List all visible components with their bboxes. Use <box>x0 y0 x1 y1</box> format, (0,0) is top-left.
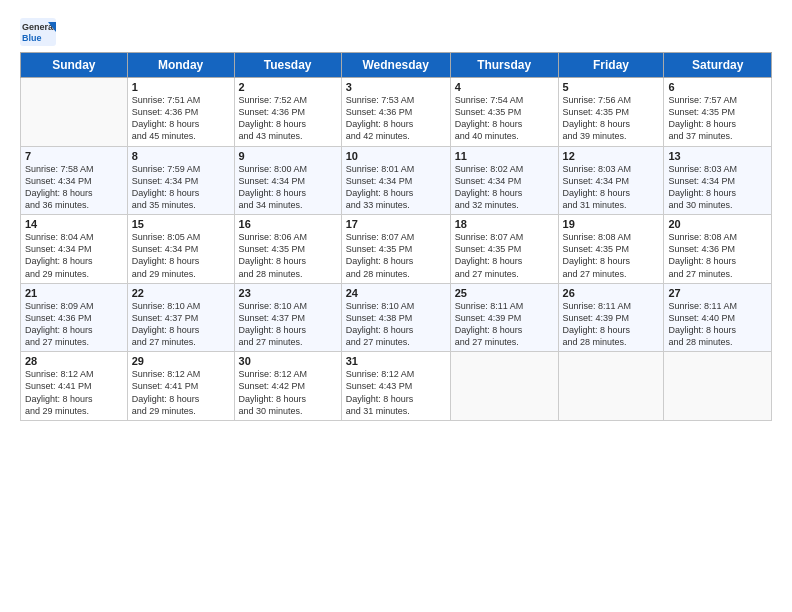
cell-1-3: 2Sunrise: 7:52 AM Sunset: 4:36 PM Daylig… <box>234 78 341 147</box>
cell-info: Sunrise: 8:03 AM Sunset: 4:34 PM Dayligh… <box>668 163 767 212</box>
day-number: 21 <box>25 287 123 299</box>
cell-info: Sunrise: 8:10 AM Sunset: 4:37 PM Dayligh… <box>239 300 337 349</box>
col-header-monday: Monday <box>127 53 234 78</box>
cell-info: Sunrise: 8:07 AM Sunset: 4:35 PM Dayligh… <box>455 231 554 280</box>
cell-5-7 <box>664 352 772 421</box>
logo: General Blue <box>20 18 60 46</box>
cell-3-6: 19Sunrise: 8:08 AM Sunset: 4:35 PM Dayli… <box>558 215 664 284</box>
day-number: 25 <box>455 287 554 299</box>
cell-info: Sunrise: 8:03 AM Sunset: 4:34 PM Dayligh… <box>563 163 660 212</box>
cell-info: Sunrise: 8:08 AM Sunset: 4:35 PM Dayligh… <box>563 231 660 280</box>
cell-4-4: 24Sunrise: 8:10 AM Sunset: 4:38 PM Dayli… <box>341 283 450 352</box>
cell-2-1: 7Sunrise: 7:58 AM Sunset: 4:34 PM Daylig… <box>21 146 128 215</box>
day-number: 7 <box>25 150 123 162</box>
header-row: SundayMondayTuesdayWednesdayThursdayFrid… <box>21 53 772 78</box>
cell-info: Sunrise: 7:57 AM Sunset: 4:35 PM Dayligh… <box>668 94 767 143</box>
day-number: 4 <box>455 81 554 93</box>
cell-info: Sunrise: 7:54 AM Sunset: 4:35 PM Dayligh… <box>455 94 554 143</box>
cell-2-7: 13Sunrise: 8:03 AM Sunset: 4:34 PM Dayli… <box>664 146 772 215</box>
cell-info: Sunrise: 8:11 AM Sunset: 4:40 PM Dayligh… <box>668 300 767 349</box>
col-header-wednesday: Wednesday <box>341 53 450 78</box>
day-number: 29 <box>132 355 230 367</box>
day-number: 5 <box>563 81 660 93</box>
cell-info: Sunrise: 8:04 AM Sunset: 4:34 PM Dayligh… <box>25 231 123 280</box>
day-number: 18 <box>455 218 554 230</box>
cell-info: Sunrise: 8:10 AM Sunset: 4:38 PM Dayligh… <box>346 300 446 349</box>
cell-5-2: 29Sunrise: 8:12 AM Sunset: 4:41 PM Dayli… <box>127 352 234 421</box>
col-header-friday: Friday <box>558 53 664 78</box>
cell-info: Sunrise: 8:11 AM Sunset: 4:39 PM Dayligh… <box>563 300 660 349</box>
day-number: 31 <box>346 355 446 367</box>
cell-info: Sunrise: 8:01 AM Sunset: 4:34 PM Dayligh… <box>346 163 446 212</box>
day-number: 15 <box>132 218 230 230</box>
week-row-2: 7Sunrise: 7:58 AM Sunset: 4:34 PM Daylig… <box>21 146 772 215</box>
week-row-1: 1Sunrise: 7:51 AM Sunset: 4:36 PM Daylig… <box>21 78 772 147</box>
cell-3-2: 15Sunrise: 8:05 AM Sunset: 4:34 PM Dayli… <box>127 215 234 284</box>
cell-2-6: 12Sunrise: 8:03 AM Sunset: 4:34 PM Dayli… <box>558 146 664 215</box>
cell-1-2: 1Sunrise: 7:51 AM Sunset: 4:36 PM Daylig… <box>127 78 234 147</box>
day-number: 24 <box>346 287 446 299</box>
cell-4-7: 27Sunrise: 8:11 AM Sunset: 4:40 PM Dayli… <box>664 283 772 352</box>
day-number: 12 <box>563 150 660 162</box>
col-header-sunday: Sunday <box>21 53 128 78</box>
cell-info: Sunrise: 8:09 AM Sunset: 4:36 PM Dayligh… <box>25 300 123 349</box>
cell-info: Sunrise: 8:06 AM Sunset: 4:35 PM Dayligh… <box>239 231 337 280</box>
day-number: 19 <box>563 218 660 230</box>
col-header-tuesday: Tuesday <box>234 53 341 78</box>
cell-2-3: 9Sunrise: 8:00 AM Sunset: 4:34 PM Daylig… <box>234 146 341 215</box>
cell-5-1: 28Sunrise: 8:12 AM Sunset: 4:41 PM Dayli… <box>21 352 128 421</box>
cell-info: Sunrise: 7:52 AM Sunset: 4:36 PM Dayligh… <box>239 94 337 143</box>
day-number: 22 <box>132 287 230 299</box>
cell-4-2: 22Sunrise: 8:10 AM Sunset: 4:37 PM Dayli… <box>127 283 234 352</box>
calendar-page: General Blue SundayMondayTuesdayWednesda… <box>0 0 792 431</box>
cell-info: Sunrise: 7:58 AM Sunset: 4:34 PM Dayligh… <box>25 163 123 212</box>
header: General Blue <box>20 18 772 46</box>
cell-info: Sunrise: 8:08 AM Sunset: 4:36 PM Dayligh… <box>668 231 767 280</box>
cell-1-1 <box>21 78 128 147</box>
day-number: 20 <box>668 218 767 230</box>
cell-info: Sunrise: 7:53 AM Sunset: 4:36 PM Dayligh… <box>346 94 446 143</box>
cell-1-6: 5Sunrise: 7:56 AM Sunset: 4:35 PM Daylig… <box>558 78 664 147</box>
col-header-thursday: Thursday <box>450 53 558 78</box>
cell-3-4: 17Sunrise: 8:07 AM Sunset: 4:35 PM Dayli… <box>341 215 450 284</box>
cell-4-1: 21Sunrise: 8:09 AM Sunset: 4:36 PM Dayli… <box>21 283 128 352</box>
cell-info: Sunrise: 8:11 AM Sunset: 4:39 PM Dayligh… <box>455 300 554 349</box>
day-number: 16 <box>239 218 337 230</box>
cell-1-4: 3Sunrise: 7:53 AM Sunset: 4:36 PM Daylig… <box>341 78 450 147</box>
cell-4-6: 26Sunrise: 8:11 AM Sunset: 4:39 PM Dayli… <box>558 283 664 352</box>
logo-icon: General Blue <box>20 18 56 46</box>
day-number: 6 <box>668 81 767 93</box>
day-number: 28 <box>25 355 123 367</box>
cell-info: Sunrise: 8:00 AM Sunset: 4:34 PM Dayligh… <box>239 163 337 212</box>
cell-1-7: 6Sunrise: 7:57 AM Sunset: 4:35 PM Daylig… <box>664 78 772 147</box>
calendar-table: SundayMondayTuesdayWednesdayThursdayFrid… <box>20 52 772 421</box>
day-number: 8 <box>132 150 230 162</box>
cell-5-6 <box>558 352 664 421</box>
day-number: 14 <box>25 218 123 230</box>
day-number: 11 <box>455 150 554 162</box>
week-row-4: 21Sunrise: 8:09 AM Sunset: 4:36 PM Dayli… <box>21 283 772 352</box>
day-number: 3 <box>346 81 446 93</box>
day-number: 10 <box>346 150 446 162</box>
cell-info: Sunrise: 8:12 AM Sunset: 4:41 PM Dayligh… <box>25 368 123 417</box>
cell-1-5: 4Sunrise: 7:54 AM Sunset: 4:35 PM Daylig… <box>450 78 558 147</box>
cell-info: Sunrise: 7:56 AM Sunset: 4:35 PM Dayligh… <box>563 94 660 143</box>
cell-info: Sunrise: 8:12 AM Sunset: 4:41 PM Dayligh… <box>132 368 230 417</box>
col-header-saturday: Saturday <box>664 53 772 78</box>
cell-info: Sunrise: 8:12 AM Sunset: 4:43 PM Dayligh… <box>346 368 446 417</box>
cell-info: Sunrise: 7:51 AM Sunset: 4:36 PM Dayligh… <box>132 94 230 143</box>
cell-info: Sunrise: 8:10 AM Sunset: 4:37 PM Dayligh… <box>132 300 230 349</box>
week-row-5: 28Sunrise: 8:12 AM Sunset: 4:41 PM Dayli… <box>21 352 772 421</box>
day-number: 9 <box>239 150 337 162</box>
cell-info: Sunrise: 8:12 AM Sunset: 4:42 PM Dayligh… <box>239 368 337 417</box>
day-number: 1 <box>132 81 230 93</box>
cell-2-2: 8Sunrise: 7:59 AM Sunset: 4:34 PM Daylig… <box>127 146 234 215</box>
cell-2-4: 10Sunrise: 8:01 AM Sunset: 4:34 PM Dayli… <box>341 146 450 215</box>
cell-info: Sunrise: 8:07 AM Sunset: 4:35 PM Dayligh… <box>346 231 446 280</box>
day-number: 17 <box>346 218 446 230</box>
cell-5-5 <box>450 352 558 421</box>
day-number: 2 <box>239 81 337 93</box>
day-number: 27 <box>668 287 767 299</box>
cell-2-5: 11Sunrise: 8:02 AM Sunset: 4:34 PM Dayli… <box>450 146 558 215</box>
cell-5-3: 30Sunrise: 8:12 AM Sunset: 4:42 PM Dayli… <box>234 352 341 421</box>
